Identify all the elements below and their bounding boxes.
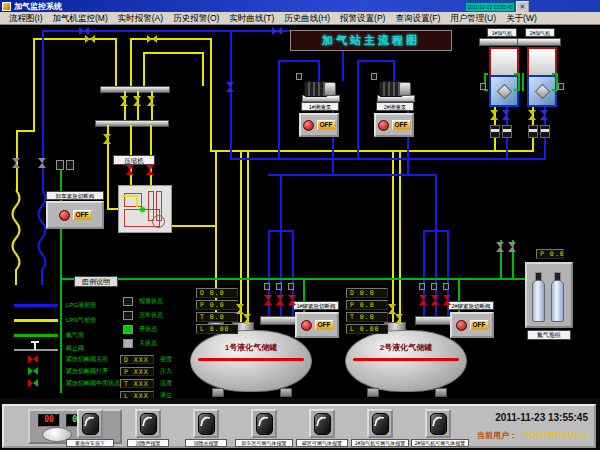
alarm-button-estop[interactable] — [77, 409, 103, 438]
pipe-liquid-main — [230, 158, 546, 160]
pipe-vapor — [247, 150, 249, 325]
legend-label-vapor: LPG气相管 — [66, 316, 96, 325]
status-indicator — [296, 73, 302, 80]
legend-swatch-nitrogen — [14, 334, 58, 337]
menu-item-realtime-trend[interactable]: 实时曲线(T) — [224, 12, 279, 24]
menu-item-flow[interactable]: 流程图(I) — [4, 12, 48, 24]
tank-1-valve-panel: OFF — [295, 312, 339, 338]
valve-icon — [540, 110, 548, 120]
pipe-vapor — [33, 38, 115, 40]
alarm-label-mute-sound: 消除声报警 — [127, 439, 169, 447]
alarm-button-tank-gas[interactable] — [309, 409, 335, 438]
legend-title: 图例说明 — [74, 276, 118, 287]
hose-nozzle — [540, 125, 550, 138]
tank-leg — [367, 388, 379, 397]
tank-2-name: 2号液化气储罐 — [346, 342, 466, 353]
legend-label-density: 密度 — [160, 355, 172, 364]
tank-1-valve-label: 1#罐紧急切断阀 — [293, 301, 339, 310]
bracket — [514, 73, 518, 75]
menu-item-user-management[interactable]: 用户管理(U) — [445, 12, 501, 24]
valve-icon — [146, 165, 154, 175]
nitrogen-pressure-readout: P 0.0 — [536, 249, 564, 259]
title-bar: 加气监控系统 2011-11-23 13:55:45 ✕ — [0, 0, 600, 12]
legend-label-state-open: 开状态 — [139, 325, 157, 334]
pipe-liquid — [268, 174, 437, 176]
hose-nozzle — [502, 125, 512, 138]
tank-2-valve-lamp — [456, 320, 467, 331]
bracket — [514, 89, 518, 91]
pipe-nitrogen — [60, 278, 525, 280]
pump-1-panel: OFF — [299, 113, 339, 137]
pipe-liquid — [278, 60, 280, 158]
alarm-label-unload-gas: 卸车区可燃气体报警 — [235, 439, 293, 447]
status-indicator — [371, 73, 377, 80]
unload-valve-off-button[interactable]: OFF — [73, 210, 92, 220]
legend-label-state-alarm: 报警状态 — [139, 297, 163, 306]
pipe-liquid — [393, 60, 395, 81]
window-title: 加气监控系统 — [14, 1, 62, 12]
compressor-status-dot — [140, 207, 145, 212]
unload-valve-panel: OFF — [46, 201, 104, 229]
menu-item-realtime-alarm[interactable]: 实时报警(A) — [113, 12, 168, 24]
pump-1-cap — [324, 82, 336, 96]
menu-item-history-trend[interactable]: 历史曲线(H) — [279, 12, 335, 24]
legend-label-nitrogen: 氮气管 — [66, 331, 84, 340]
legend-label-pressure: 压力 — [160, 367, 172, 376]
menu-bar: 流程图(I) 加气机监控(M) 实时报警(A) 历史报警(O) 实时曲线(T) … — [0, 12, 600, 25]
pipe-vapor — [399, 150, 401, 325]
bracket — [552, 89, 556, 91]
tank-leg — [280, 388, 292, 397]
menu-item-history-alarm[interactable]: 历史报警(O) — [168, 12, 224, 24]
legend-swatch-vapor — [14, 319, 58, 322]
alarm-button-mute-sound[interactable] — [135, 409, 161, 438]
legend-meter-pressure-box: P XXX — [120, 367, 154, 376]
tank-2-valve-panel: OFF — [450, 312, 494, 338]
pump-2-label: 2#潜液泵 — [376, 102, 414, 111]
pipe-vapor — [33, 38, 35, 130]
menu-item-alarm-settings[interactable]: 报警设置(P) — [335, 12, 390, 24]
legend-state-normal-icon — [123, 311, 133, 320]
pipe-liquid — [407, 100, 409, 174]
pump-2-off-button[interactable]: OFF — [392, 120, 411, 130]
valve-icon — [431, 295, 439, 305]
tank-1-level-readout: L 0.00 — [196, 324, 238, 334]
valve-icon — [276, 295, 284, 305]
pipe-vapor — [240, 150, 242, 325]
current-user-label: 当前用户： — [477, 431, 517, 440]
red-led-display: 00 — [38, 414, 60, 427]
app-window: 加气监控系统 2011-11-23 13:55:45 ✕ 流程图(I) 加气机监… — [0, 0, 600, 450]
alarm-button-dispenser1-gas[interactable] — [367, 409, 393, 438]
legend-valve-closed-icon — [28, 355, 38, 363]
status-indicator — [264, 283, 270, 290]
pipe-vapor — [143, 52, 202, 54]
alarm-button-unload-gas[interactable] — [251, 409, 277, 438]
unload-valve-label: 卸车紧急切断阀 — [46, 191, 104, 200]
pump-1-status-lamp — [303, 120, 314, 131]
dispenser-1-label: 1#加气机 — [487, 28, 517, 37]
tank-1-valve-off-button[interactable]: OFF — [315, 320, 334, 330]
alarm-button-dispenser2-gas[interactable] — [425, 409, 451, 438]
legend-meter-density-box: D XXX — [120, 355, 154, 364]
menu-item-query-settings[interactable]: 查询设置(F) — [390, 12, 445, 24]
bottom-bar: 00 00 紧急停车按下 消除声报警 消除光报警 卸车区可燃气体报警 罐区可燃气… — [2, 404, 596, 448]
legend-meter-temperature-box: T XXX — [120, 379, 154, 388]
valve-icon — [133, 96, 141, 106]
pipe-vapor — [202, 52, 204, 86]
tank-2-valve-off-button[interactable]: OFF — [470, 320, 489, 330]
status-indicator — [558, 83, 564, 90]
pipe-liquid — [506, 135, 508, 158]
menu-item-dispenser-monitor[interactable]: 加气机监控(M) — [48, 12, 113, 24]
pump-1-off-button[interactable]: OFF — [317, 120, 336, 130]
menu-item-about[interactable]: 关于(W) — [501, 12, 542, 24]
current-user-line: 当前用户：CONTROXUser — [477, 430, 588, 441]
pipe-liquid — [230, 30, 232, 158]
pipe-vapor — [130, 38, 210, 40]
valve-icon — [443, 295, 451, 305]
valve-icon — [103, 134, 111, 144]
current-user-name: CONTROXUser — [523, 430, 588, 440]
valve-icon — [226, 82, 234, 92]
tank-stripe — [353, 358, 459, 361]
alarm-button-mute-light[interactable] — [193, 409, 219, 438]
pipe-vapor — [210, 38, 212, 150]
legend-label-liquid: LPG液相管 — [66, 301, 96, 310]
